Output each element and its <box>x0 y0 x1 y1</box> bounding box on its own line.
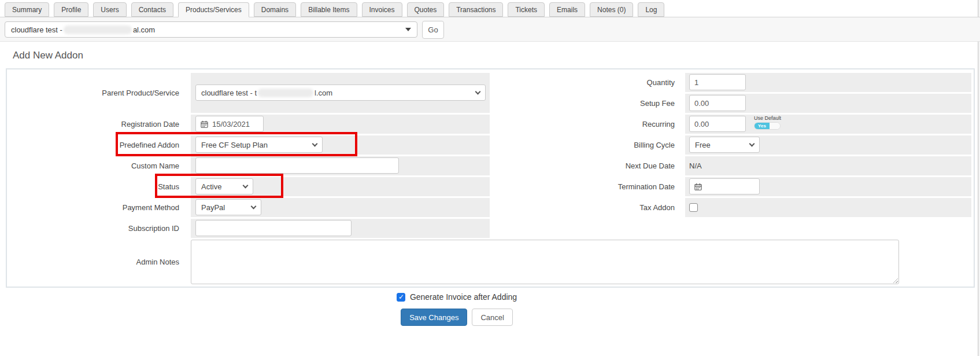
redacted-text <box>64 25 132 34</box>
tax-addon-checkbox[interactable] <box>689 203 698 212</box>
tab-users[interactable]: Users <box>93 2 126 17</box>
calendar-icon <box>201 120 208 128</box>
recurring-label: Recurring <box>493 115 681 134</box>
tab-quotes[interactable]: Quotes <box>407 2 445 17</box>
chevron-down-icon <box>243 182 249 188</box>
recurring-input[interactable] <box>689 116 746 132</box>
next-due-date-label: Next Due Date <box>493 156 681 175</box>
next-due-date-value: N/A <box>689 156 702 175</box>
payment-method-label: Payment Method <box>7 198 185 217</box>
tab-transactions[interactable]: Transactions <box>449 2 503 17</box>
tab-products-services[interactable]: Products/Services <box>178 2 249 17</box>
product-selector-band: cloudflare test - al.com Go <box>0 17 980 42</box>
tab-tickets[interactable]: Tickets <box>508 2 545 17</box>
termination-date-label: Termination Date <box>493 177 681 196</box>
redacted-text <box>258 89 313 97</box>
quantity-input[interactable] <box>689 74 746 90</box>
go-button[interactable]: Go <box>422 21 444 39</box>
status-select[interactable]: Active <box>195 178 253 194</box>
form-actions: Save Changes Cancel <box>0 309 914 326</box>
quantity-label: Quantity <box>493 73 681 92</box>
admin-notes-label: Admin Notes <box>7 240 185 284</box>
subscription-id-input[interactable] <box>195 220 352 236</box>
chevron-down-icon <box>475 89 481 94</box>
tab-contacts[interactable]: Contacts <box>131 2 173 17</box>
use-default-label: Use Default <box>754 115 781 121</box>
tab-emails[interactable]: Emails <box>549 2 585 17</box>
registration-date-input[interactable]: 15/03/2021 <box>195 116 264 132</box>
scrollbar[interactable] <box>978 0 979 356</box>
tab-domains[interactable]: Domains <box>254 2 296 17</box>
billing-cycle-value: Free <box>695 141 711 149</box>
generate-invoice-row: Generate Invoice after Adding <box>0 292 914 302</box>
save-changes-button[interactable]: Save Changes <box>401 309 467 326</box>
client-product-select-text-prefix: cloudflare test - <box>11 25 62 34</box>
admin-notes-textarea[interactable] <box>191 240 899 284</box>
tab-profile[interactable]: Profile <box>54 2 88 17</box>
custom-name-label: Custom Name <box>7 156 185 175</box>
client-tab-bar: Summary Profile Users Contacts Products/… <box>5 2 664 17</box>
termination-date-input[interactable] <box>689 178 760 194</box>
tab-invoices[interactable]: Invoices <box>362 2 402 17</box>
client-product-select[interactable]: cloudflare test - al.com <box>5 21 417 38</box>
registration-date-value: 15/03/2021 <box>212 120 250 129</box>
predefined-addon-label: Predefined Addon <box>7 135 185 155</box>
calendar-icon <box>694 183 702 190</box>
status-value: Active <box>201 182 221 191</box>
toggle-yes-state: Yes <box>755 123 770 129</box>
subscription-id-label: Subscription ID <box>7 219 185 238</box>
payment-method-value: PayPal <box>201 203 225 212</box>
setup-fee-input[interactable] <box>689 95 746 111</box>
custom-name-input[interactable] <box>195 157 399 174</box>
generate-invoice-checkbox[interactable] <box>397 293 405 302</box>
parent-product-value-prefix: cloudflare test - t <box>201 89 257 97</box>
client-product-select-text-suffix: al.com <box>133 25 155 34</box>
predefined-addon-value: Free CF Setup Plan <box>201 141 268 149</box>
caret-down-icon <box>405 28 411 31</box>
row-strip <box>685 156 971 175</box>
billing-cycle-select[interactable]: Free <box>689 137 760 153</box>
tax-addon-label: Tax Addon <box>493 198 681 217</box>
payment-method-select[interactable]: PayPal <box>195 199 261 215</box>
parent-product-select[interactable]: cloudflare test - t l.com <box>195 85 486 101</box>
row-strip <box>685 198 971 217</box>
page-title: Add New Addon <box>13 50 83 61</box>
tab-billable-items[interactable]: Billable Items <box>301 2 357 17</box>
tab-summary[interactable]: Summary <box>5 2 49 17</box>
parent-product-value-suffix: l.com <box>315 89 332 97</box>
whmcs-client-page: Summary Profile Users Contacts Products/… <box>0 0 980 356</box>
chevron-down-icon <box>749 141 755 146</box>
chevron-down-icon <box>312 141 318 146</box>
use-default-toggle[interactable]: Yes <box>754 122 781 130</box>
toggle-knob <box>770 123 780 129</box>
predefined-addon-select[interactable]: Free CF Setup Plan <box>195 137 323 153</box>
parent-product-label: Parent Product/Service <box>7 73 185 113</box>
add-addon-form: Parent Product/Service Registration Date… <box>6 68 975 288</box>
setup-fee-label: Setup Fee <box>493 94 681 113</box>
generate-invoice-label: Generate Invoice after Adding <box>410 292 517 302</box>
status-label: Status <box>7 177 185 196</box>
tab-notes[interactable]: Notes (0) <box>590 2 633 17</box>
registration-date-label: Registration Date <box>7 115 185 134</box>
tab-log[interactable]: Log <box>638 2 664 17</box>
cancel-button[interactable]: Cancel <box>472 309 512 326</box>
chevron-down-icon <box>251 203 257 209</box>
billing-cycle-label: Billing Cycle <box>493 135 681 155</box>
